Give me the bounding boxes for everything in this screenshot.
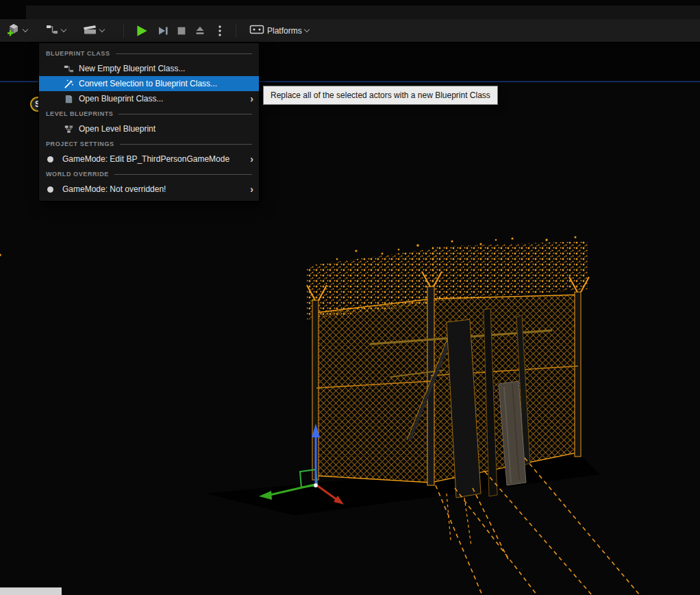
play-icon [134,23,149,38]
unreal-editor-window: Platforms ow S [0,0,700,595]
add-actor-cube-icon [7,23,21,39]
submenu-chevron-icon: › [250,94,253,104]
blueprint-document-icon [63,94,74,104]
menu-item-label: GameMode: Edit BP_ThirdPersonGameMode [62,154,229,164]
chevron-down-icon [61,27,66,32]
section-header-label: PROJECT SETTINGS [46,141,114,147]
stop-icon [175,25,188,37]
tooltip-text: Replace all of the selected actors with … [271,90,490,100]
chevron-down-icon [23,27,28,32]
platforms-button[interactable]: Platforms [247,19,312,42]
level-blueprint-icon [63,124,74,134]
play-options-kebab-button[interactable] [212,19,227,42]
gizmo-origin[interactable] [314,483,318,487]
stop-button[interactable] [173,19,190,42]
menu-item-open-blueprint-class[interactable]: Open Blueprint Class... › [39,91,259,106]
blueprints-menu-button[interactable] [42,19,68,42]
menu-item-label: Convert Selection to Blueprint Class... [79,79,217,88]
cinematics-button[interactable] [79,19,107,42]
menu-section-header: WORLD OVERRIDE [39,167,259,182]
add-actor-button[interactable] [4,19,30,42]
eject-icon [194,25,206,37]
menu-section-header: BLUEPRINT CLASS [39,46,259,61]
bottom-panel-fragment [0,587,62,595]
menu-section-header: LEVEL BLUEPRINTS [39,106,259,121]
chevron-down-icon [303,27,309,32]
menu-item-convert-selection-to-blueprint-class[interactable]: Convert Selection to Blueprint Class... [39,76,259,91]
play-button[interactable] [132,19,152,42]
submenu-chevron-icon: › [250,154,253,164]
selected-fence-actor[interactable] [0,236,640,595]
tooltip: Replace all of the selected actors with … [263,86,498,105]
menu-item-label: GameMode: Not overridden! [62,184,166,194]
bullet-icon [47,186,53,193]
submenu-chevron-icon: › [250,184,253,194]
eject-button[interactable] [191,19,209,42]
frame-skip-button[interactable] [153,19,173,42]
blueprint-graph-icon [45,23,59,39]
menu-section-header: PROJECT SETTINGS [39,136,259,151]
platforms-label: Platforms [267,26,302,36]
skip-forward-icon [156,24,170,38]
menu-item-open-level-blueprint[interactable]: Open Level Blueprint [39,121,259,136]
menu-item-gamemode-edit[interactable]: GameMode: Edit BP_ThirdPersonGameMode › [39,151,259,167]
clapperboard-icon [82,23,97,39]
menu-item-new-empty-blueprint-class[interactable]: New Empty Blueprint Class... [39,61,259,76]
menu-item-label: Open Blueprint Class... [79,94,163,104]
title-bar-inner [26,5,700,19]
menu-item-label: New Empty Blueprint Class... [79,64,185,73]
main-toolbar: Platforms [0,19,700,42]
toolbar-separator [236,24,236,38]
section-header-label: BLUEPRINT CLASS [46,50,110,57]
bullet-icon [47,156,53,162]
toolbar-separator [123,24,124,38]
convert-wand-icon [63,79,74,89]
section-header-label: WORLD OVERRIDE [46,171,109,178]
blueprints-dropdown-menu: BLUEPRINT CLASS New Empty Blueprint Clas… [38,42,260,202]
platforms-gamepad-icon [249,24,264,38]
blueprint-class-icon [63,64,74,74]
chevron-down-icon [99,27,105,32]
section-header-label: LEVEL BLUEPRINTS [46,110,113,117]
menu-item-gamemode-not-overridden[interactable]: GameMode: Not overridden! › [39,182,259,197]
menu-item-label: Open Level Blueprint [79,124,155,134]
kebab-menu-icon [215,24,225,38]
title-bar [0,0,700,19]
